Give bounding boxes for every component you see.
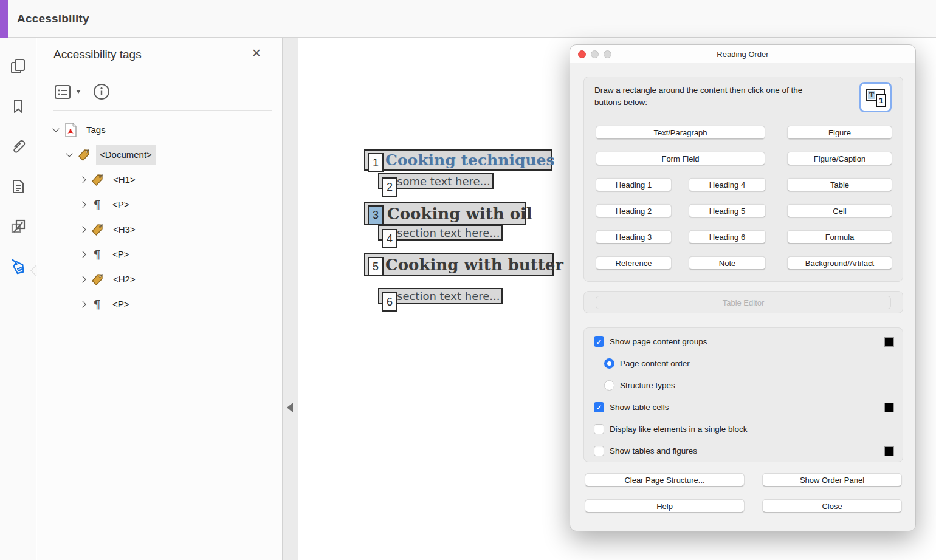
tree-item-label: <P> (109, 194, 133, 214)
display-like-elements-checkbox[interactable] (594, 424, 604, 434)
option-label: Page content order (620, 359, 690, 368)
tags-tree: Tags <Document> (37, 111, 282, 316)
struct-T-glyph: T (868, 91, 875, 99)
content-text: Cooking with oil (387, 205, 532, 223)
chevron-right-icon[interactable] (79, 201, 86, 208)
tree-item-label: <P> (109, 294, 133, 314)
cell-button[interactable]: Cell (787, 204, 892, 217)
heading-5-button[interactable]: Heading 5 (689, 204, 766, 217)
panel-gutter (282, 38, 298, 560)
left-tool-rail (0, 38, 36, 560)
formula-button[interactable]: Formula (787, 230, 892, 244)
tree-item-label: <P> (109, 244, 133, 264)
help-button[interactable]: Help (585, 499, 745, 513)
content-text: section text here... (397, 290, 500, 302)
tagging-group: Draw a rectangle around the content then… (583, 77, 903, 282)
options-dropdown-caret-icon[interactable] (76, 90, 81, 94)
form-field-button[interactable]: Form Field (596, 152, 765, 165)
page-content-order-radio[interactable] (604, 358, 614, 369)
page-title: Accessibility (17, 0, 89, 38)
tag-icon (91, 223, 104, 236)
reading-order-badge-selected[interactable]: 3 (368, 205, 384, 225)
reading-order-badge[interactable]: 5 (368, 257, 384, 276)
panel-title: Accessibility tags (53, 48, 142, 61)
tree-item-document[interactable]: <Document> (37, 142, 282, 167)
heading-6-button[interactable]: Heading 6 (689, 230, 766, 244)
content-group-h3[interactable]: Cooking with oil (364, 202, 526, 225)
reading-order-badge[interactable]: 2 (382, 177, 397, 197)
chevron-down-icon[interactable] (66, 150, 72, 157)
reading-order-badge[interactable]: 1 (368, 153, 384, 172)
chevron-right-icon[interactable] (79, 276, 86, 282)
chevron-right-icon[interactable] (79, 251, 86, 258)
chevron-right-icon[interactable] (79, 226, 86, 233)
dialog-titlebar[interactable]: Reading Order (570, 45, 915, 63)
page-thumbnails-icon[interactable] (9, 56, 28, 76)
collapse-panel-icon[interactable] (287, 403, 293, 412)
reference-button[interactable]: Reference (596, 256, 672, 270)
heading-2-button[interactable]: Heading 2 (596, 204, 672, 217)
heading-4-button[interactable]: Heading 4 (689, 178, 766, 191)
table-editor-group: Table Editor (583, 291, 903, 313)
tree-item-p[interactable]: ¶ <P> (37, 192, 282, 217)
tree-item-h3[interactable]: <H3> (37, 217, 282, 242)
tree-item-p[interactable]: ¶ <P> (37, 292, 282, 316)
note-button[interactable]: Note (689, 256, 766, 270)
content-group-h1[interactable]: Cooking techniques (364, 149, 552, 171)
reading-order-badge[interactable]: 6 (382, 292, 397, 312)
zoom-window-icon[interactable] (604, 50, 611, 58)
structure-type-icon[interactable]: T 1 (859, 82, 892, 112)
content-icon[interactable] (9, 177, 28, 196)
option-label: Show tables and figures (610, 446, 697, 456)
tree-item-label: Tags (83, 120, 109, 140)
chevron-down-icon[interactable] (52, 125, 59, 132)
paragraph-icon: ¶ (91, 298, 103, 311)
figure-caption-button[interactable]: Figure/Caption (787, 152, 892, 165)
structure-types-radio[interactable] (604, 380, 614, 391)
close-window-icon[interactable] (578, 50, 586, 58)
accessibility-tags-icon[interactable] (9, 257, 28, 276)
paragraph-icon: ¶ (91, 198, 103, 211)
tree-item-p[interactable]: ¶ <P> (37, 242, 282, 267)
tag-icon (91, 273, 104, 286)
show-order-panel-button[interactable]: Show Order Panel (762, 473, 902, 487)
close-panel-icon[interactable]: ✕ (252, 47, 261, 59)
content-text: section text here... (397, 227, 500, 239)
minimize-window-icon[interactable] (591, 50, 599, 58)
content-text: Cooking with butter (385, 256, 563, 274)
text-paragraph-button[interactable]: Text/Paragraph (596, 126, 765, 139)
struct-1-glyph: 1 (876, 94, 886, 107)
attachments-icon[interactable] (9, 137, 28, 156)
tag-options-icon[interactable] (53, 84, 72, 100)
reading-order-badge[interactable]: 4 (382, 229, 397, 248)
clear-page-structure-button[interactable]: Clear Page Structure... (585, 473, 745, 487)
order-panel-icon[interactable] (9, 217, 28, 236)
tag-icon (77, 148, 91, 162)
table-cells-color-swatch[interactable] (884, 403, 894, 412)
tree-item-h2[interactable]: <H2> (37, 267, 282, 292)
bookmarks-icon[interactable] (9, 97, 28, 116)
heading-1-button[interactable]: Heading 1 (596, 178, 672, 191)
content-groups-color-swatch[interactable] (884, 337, 894, 347)
figure-button[interactable]: Figure (787, 126, 892, 139)
close-button[interactable]: Close (762, 499, 902, 513)
show-table-cells-checkbox[interactable]: ✓ (594, 402, 604, 412)
show-tables-figures-checkbox[interactable] (594, 446, 604, 456)
heading-3-button[interactable]: Heading 3 (596, 230, 672, 244)
chevron-right-icon[interactable] (79, 301, 86, 307)
info-icon[interactable] (92, 83, 111, 101)
accessibility-tags-panel: Accessibility tags ✕ (37, 38, 282, 560)
show-page-content-groups-checkbox[interactable]: ✓ (594, 336, 604, 347)
content-text: Cooking techniques (385, 151, 555, 169)
tables-figures-color-swatch[interactable] (884, 446, 894, 456)
table-button[interactable]: Table (787, 178, 892, 191)
tree-item-label: <H3> (109, 219, 139, 239)
tree-item-h1[interactable]: <H1> (37, 167, 282, 192)
top-toolbar: Accessibility (0, 0, 936, 38)
tree-item-tags[interactable]: Tags (37, 117, 282, 142)
chevron-right-icon[interactable] (79, 176, 86, 183)
background-artifact-button[interactable]: Background/Artifact (787, 256, 892, 270)
option-label: Show table cells (610, 403, 669, 412)
content-group-h2[interactable]: Cooking with butter (364, 253, 554, 276)
table-editor-button[interactable]: Table Editor (596, 296, 891, 309)
